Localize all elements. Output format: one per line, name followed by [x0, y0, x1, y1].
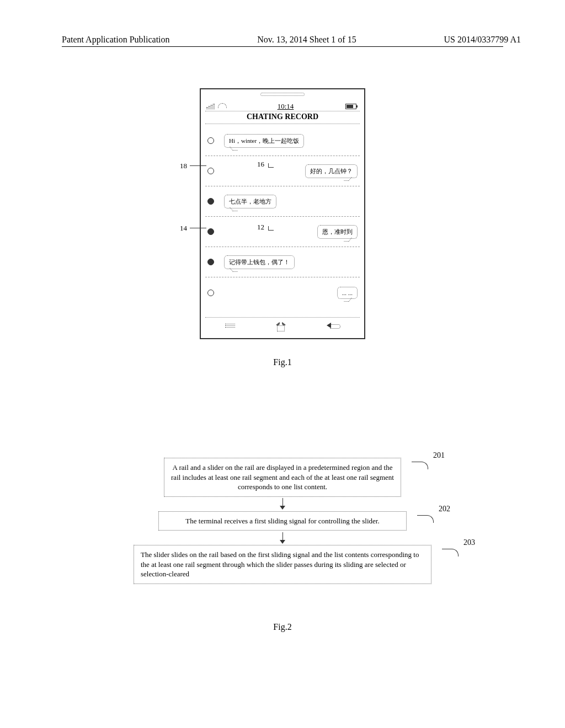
chat-bubble: 七点半，老地方 — [224, 195, 276, 208]
chat-bubble: 记得带上钱包，偶了！ — [224, 255, 295, 269]
flow-arrow-icon — [110, 531, 455, 545]
status-time: 10:14 — [226, 102, 345, 111]
leader-hook — [268, 226, 274, 231]
rail-segment-marker[interactable] — [207, 137, 214, 144]
list-item[interactable]: ... ... — [205, 277, 360, 308]
leader-line — [412, 462, 428, 469]
rail-segment-marker[interactable] — [207, 168, 214, 174]
reference-numeral: 12 — [257, 223, 264, 232]
rail-segment-marker[interactable] — [207, 259, 214, 265]
earpiece-icon — [260, 93, 305, 96]
home-icon[interactable] — [275, 321, 286, 331]
reference-numeral: 14 — [180, 224, 187, 233]
figure-label: Fig.2 — [273, 622, 291, 632]
chat-list: Hi，winter，晚上一起吃饭 好的，几点钟？ 七点半，老地方 恩，准时到 记… — [205, 126, 360, 314]
chat-bubble: ... ... — [337, 287, 358, 299]
leader-line — [190, 228, 206, 228]
leader-line — [417, 515, 434, 523]
flow-step-text: A rail and a slider on the rail are disp… — [171, 463, 394, 491]
chat-bubble: 恩，准时到 — [317, 225, 358, 239]
chat-bubble: Hi，winter，晚上一起吃饭 — [224, 134, 304, 148]
page-header: Patent Application Publication Nov. 13, … — [0, 35, 565, 47]
signal-icon — [206, 104, 215, 109]
rail-segment-marker[interactable] — [207, 198, 214, 205]
flow-step-text: The terminal receives a first sliding si… — [185, 517, 379, 525]
flowchart: A rail and a slider on the rail are disp… — [110, 458, 455, 584]
back-icon[interactable] — [327, 323, 340, 329]
reference-numeral: 202 — [439, 504, 450, 515]
list-item[interactable]: 恩，准时到 — [205, 217, 360, 247]
header-divider — [62, 46, 503, 47]
chat-bubble: 好的，几点钟？ — [305, 164, 358, 178]
flow-step: A rail and a slider on the rail are disp… — [164, 458, 401, 497]
header-left: Patent Application Publication — [62, 35, 170, 45]
reference-numeral: 18 — [180, 162, 187, 170]
flow-step-text: The slider slides on the rail based on t… — [141, 550, 419, 578]
reference-numeral: 203 — [463, 538, 475, 548]
reference-numeral: 16 — [257, 160, 264, 169]
leader-line — [442, 549, 459, 556]
screen-title: CHATING RECORD — [205, 113, 360, 124]
status-bar: 10:14 — [205, 101, 360, 111]
figure-label: Fig.1 — [273, 357, 291, 367]
nav-bar — [205, 317, 360, 334]
reference-numeral: 201 — [433, 451, 445, 461]
battery-icon — [345, 104, 356, 109]
list-item[interactable]: 记得带上钱包，偶了！ — [205, 247, 360, 277]
list-item[interactable]: Hi，winter，晚上一起吃饭 — [205, 126, 360, 156]
header-center: Nov. 13, 2014 Sheet 1 of 15 — [257, 35, 356, 45]
phone-mockup: 10:14 CHATING RECORD Hi，winter，晚上一起吃饭 好的… — [200, 88, 365, 339]
list-item[interactable]: 好的，几点钟？ — [205, 156, 360, 186]
flow-step: The slider slides on the rail based on t… — [134, 545, 431, 584]
leader-line — [190, 165, 206, 166]
wifi-icon — [218, 103, 226, 110]
rail-segment-marker[interactable] — [207, 228, 214, 235]
list-item[interactable]: 七点半，老地方 — [205, 186, 360, 217]
rail-segment-marker[interactable] — [207, 290, 214, 296]
flow-arrow-icon — [110, 497, 455, 511]
menu-icon[interactable] — [225, 324, 235, 328]
header-right: US 2014/0337799 A1 — [444, 35, 521, 45]
leader-hook — [268, 163, 274, 168]
flow-step: The terminal receives a first sliding si… — [158, 511, 407, 531]
